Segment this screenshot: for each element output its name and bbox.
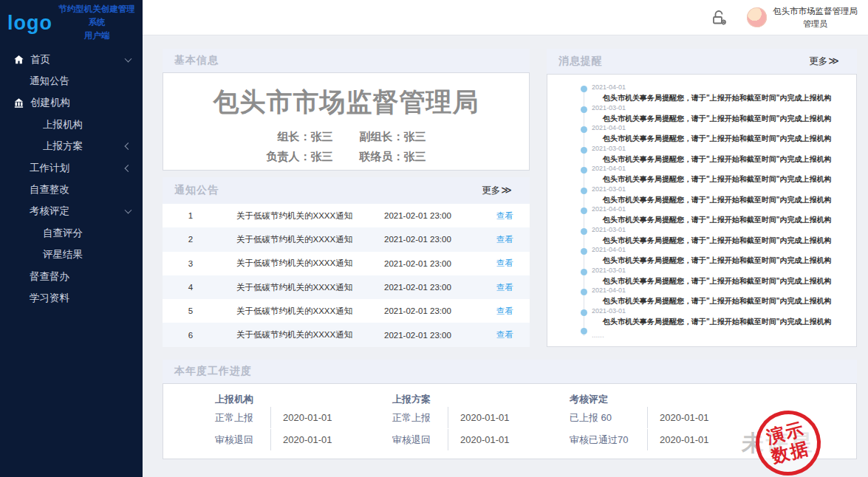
progress-row: 正常上报 2020-01-01	[392, 407, 510, 428]
system-title: 节约型机关创建管理系统 用户端	[55, 3, 138, 42]
notice-row: 2 关于低碳节约机关的XXXX通知 2021-02-01 23:00 查看	[163, 227, 530, 251]
timeline-dot-icon	[581, 147, 587, 154]
sidebar-menu-item[interactable]: 工作计划	[0, 157, 143, 179]
timeline-item: 2021-03-01 包头市机关事务局提醒您，请于"上报开始和截至时间"内完成上…	[581, 307, 856, 328]
notice-header: 通知公告 更多≫	[163, 177, 530, 204]
timeline-message: 包头市机关事务局提醒您，请于"上报开始和截至时间"内完成上报机构	[603, 195, 856, 205]
sidebar-menu-item[interactable]: 上报方案	[0, 136, 143, 157]
timeline-date: 2021-03-01	[592, 104, 856, 112]
menu-item-label: 通知公告	[30, 75, 69, 88]
chevron-icon	[125, 207, 132, 214]
top-header: 包头市市场监督管理局 管理员	[143, 0, 868, 35]
chevron-icon	[125, 143, 132, 150]
timeline-dot-icon	[581, 126, 587, 133]
notice-row: 5 关于低碳节约机关的XXXX通知 2021-02-01 23:00 查看	[163, 299, 530, 323]
menu-item-label: 上报方案	[43, 140, 83, 153]
password-settings-button[interactable]	[708, 7, 731, 29]
timeline-dot-icon	[581, 269, 587, 275]
progress-body: 上报机构 正常上报 2020-01-01 审核退回 2020-01-01 上报方…	[163, 383, 857, 459]
message-panel: 消息提醒 更多≫ 2021-04-01 包头市机关事务局提醒您，请于"上报开始和…	[547, 49, 857, 347]
notice-more-link[interactable]: 更多≫	[482, 184, 512, 197]
notice-time: 2021-02-01 23:00	[384, 306, 480, 315]
notice-row: 3 关于低碳节约机关的XXXX通知 2021-02-01 23:00 查看	[163, 252, 530, 275]
timeline-item: 2021-03-01 包头市机关事务局提醒您，请于"上报开始和截至时间"内完成上…	[581, 185, 856, 206]
sidebar-menu-item[interactable]: 上报机构	[0, 114, 143, 135]
basic-info-title: 基本信息	[174, 54, 219, 67]
progress-label: 审核退回	[215, 433, 270, 447]
timeline-date: 2021-04-01	[592, 165, 856, 173]
notice-view-link[interactable]: 查看	[480, 306, 530, 317]
timeline-date: 2021-03-01	[592, 226, 856, 234]
timeline-date: 2021-04-01	[592, 246, 856, 254]
notice-row-title: 关于低碳节约机关的XXXX通知	[219, 258, 384, 269]
demo-data-stamp: 演示 数据	[749, 404, 828, 477]
timeline-item: 2021-04-01 包头市机关事务局提醒您，请于"上报开始和截至时间"内完成上…	[581, 205, 856, 226]
message-more-link[interactable]: 更多≫	[809, 55, 839, 68]
main-content: 基本信息 包头市市场监督管理局 组长：张三 副组长：张三 负责人：张三 联络员：…	[143, 35, 868, 477]
sidebar-menu-item[interactable]: 创建机构	[0, 92, 143, 114]
sidebar-menu-item[interactable]: 首页	[0, 49, 143, 70]
timeline-item: 2021-03-01 包头市机关事务局提醒您，请于"上报开始和截至时间"内完成上…	[581, 145, 856, 165]
progress-value: 2020-01-01	[647, 407, 709, 428]
notice-title: 通知公告	[174, 184, 219, 197]
timeline-dot-icon	[581, 167, 587, 174]
org-fields: 组长：张三 副组长：张三 负责人：张三 联络员：张三	[232, 130, 461, 164]
timeline-message: 包头市机关事务局提醒您，请于"上报开始和截至时间"内完成上报机构	[603, 317, 856, 326]
notice-view-link[interactable]: 查看	[480, 210, 530, 222]
sidebar-menu-item[interactable]: 评星结果	[0, 244, 143, 266]
timeline-dot-icon	[581, 289, 587, 295]
timeline-date: 2021-04-01	[592, 124, 856, 132]
sidebar-menu-item[interactable]: 学习资料	[0, 287, 143, 309]
notice-time: 2021-02-01 23:00	[384, 235, 480, 244]
progress-col-title: 上报机构	[215, 393, 332, 406]
notice-row: 1 关于低碳节约机关的XXXX通知 2021-02-01 23:00 查看	[163, 204, 530, 227]
timeline-message: 包头市机关事务局提醒您，请于"上报开始和截至时间"内完成上报机构	[603, 134, 856, 143]
notice-view-link[interactable]: 查看	[480, 258, 530, 269]
basic-info-body: 包头市市场监督管理局 组长：张三 副组长：张三 负责人：张三 联络员：张三	[163, 72, 530, 171]
notice-view-link[interactable]: 查看	[480, 282, 530, 293]
sidebar-menu-item[interactable]: 考核评定	[0, 201, 143, 222]
timeline-message: 包头市机关事务局提醒您，请于"上报开始和截至时间"内完成上报机构	[603, 114, 856, 123]
sidebar-menu-item[interactable]: 自查整改	[0, 179, 143, 200]
timeline-date: 2021-04-01	[592, 83, 856, 92]
timeline-dot-icon	[581, 207, 587, 214]
system-title-line1: 节约型机关创建管理系统	[58, 4, 135, 27]
notice-number: 4	[163, 283, 219, 292]
menu-item-label: 上报机构	[43, 118, 83, 131]
sidebar-menu-item[interactable]: 通知公告	[0, 70, 143, 92]
notice-time: 2021-02-01 23:00	[384, 259, 480, 268]
timeline-message: 包头市机关事务局提醒您，请于"上报开始和截至时间"内完成上报机构	[603, 93, 856, 103]
progress-col-assessment: 考核评定 已上报 60 2020-01-01 审核已通过70 2020-01-0…	[570, 384, 709, 450]
chevron-icon	[125, 55, 132, 62]
sidebar-menu-item[interactable]: 自查评分	[0, 222, 143, 244]
message-timeline: 2021-04-01 包头市机关事务局提醒您，请于"上报开始和截至时间"内完成上…	[581, 75, 856, 342]
timeline-date: 2021-03-01	[592, 185, 856, 193]
timeline-dot-icon	[581, 228, 587, 235]
notice-number: 3	[163, 259, 219, 268]
notice-panel: 通知公告 更多≫ 1 关于低碳节约机关的XXXX通知 2021-02-01 23…	[163, 177, 530, 347]
timeline-date: 2021-03-01	[592, 307, 856, 315]
org-field-leader: 组长：张三	[278, 130, 333, 144]
timeline-message: 包头市机关事务局提醒您，请于"上报开始和截至时间"内完成上报机构	[603, 174, 856, 184]
menu-item-label: 学习资料	[30, 292, 69, 305]
timeline-message: 包头市机关事务局提醒您，请于"上报开始和截至时间"内完成上报机构	[603, 154, 856, 164]
user-info: 包头市市场监督管理局 管理员	[773, 4, 861, 31]
lock-gear-icon	[710, 8, 729, 27]
notice-time: 2021-02-01 23:00	[384, 283, 480, 292]
basic-info-panel: 基本信息 包头市市场监督管理局 组长：张三 副组长：张三 负责人：张三 联络员：…	[163, 49, 530, 171]
notice-time: 2021-02-01 23:00	[384, 331, 480, 340]
timeline-item: 2021-04-01 包头市机关事务局提醒您，请于"上报开始和截至时间"内完成上…	[581, 165, 856, 185]
menu-item-label: 评星结果	[43, 248, 83, 261]
notice-view-link[interactable]: 查看	[480, 234, 530, 245]
chevron-icon	[125, 165, 132, 172]
timeline-message: 包头市机关事务局提醒您，请于"上报开始和截至时间"内完成上报机构	[603, 296, 856, 306]
notice-number: 1	[163, 211, 219, 220]
timeline-message: 包头市机关事务局提醒您，请于"上报开始和截至时间"内完成上报机构	[603, 215, 856, 224]
notice-view-link[interactable]: 查看	[480, 329, 530, 340]
progress-row: 正常上报 2020-01-01	[215, 407, 332, 428]
sidebar-menu-item[interactable]: 督查督办	[0, 266, 143, 287]
progress-value: 2020-01-01	[448, 407, 510, 428]
progress-col-report-plan: 上报方案 正常上报 2020-01-01 审核退回 2020-01-01	[392, 384, 510, 450]
progress-label: 已上报 60	[570, 411, 647, 425]
user-avatar[interactable]	[747, 7, 767, 27]
